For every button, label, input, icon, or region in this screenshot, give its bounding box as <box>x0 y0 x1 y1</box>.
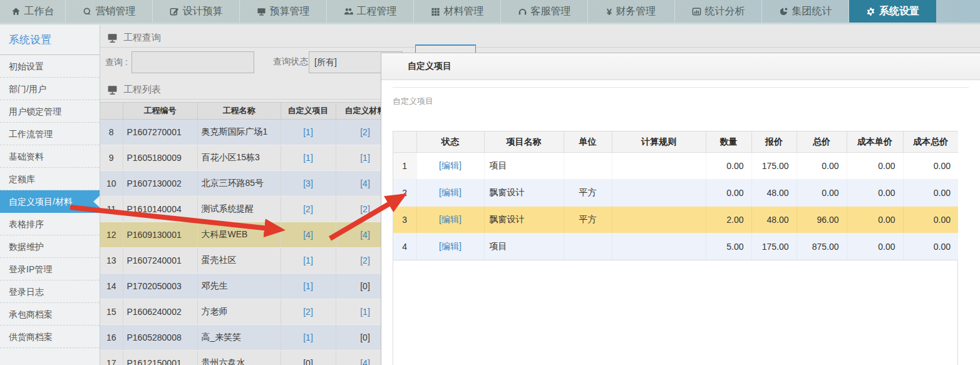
sidebar-item-login-log[interactable]: 登录日志 <box>0 280 100 303</box>
custom-project-count-link[interactable]: [3] <box>303 178 313 188</box>
nav-item-customer-service[interactable]: 客服管理 <box>501 0 588 23</box>
col-project-name: 工程名称 <box>197 103 281 120</box>
table-header-row: 工程编号 工程名称 自定义项目 自定义材料 <box>100 103 395 120</box>
row-number-cell: 2 <box>393 180 416 207</box>
sidebar-item-department-user[interactable]: 部门/用户 <box>0 78 100 100</box>
modal-table-row[interactable]: 1 [编辑] 项目 0.00 175.00 0.00 0.00 0.00 <box>393 153 958 180</box>
sidebar-item-data-maintenance[interactable]: 数据维护 <box>0 235 100 258</box>
nav-item-label: 设计预算 <box>183 5 223 18</box>
status-cell: [编辑] <box>416 234 484 260</box>
cost-unit-price-cell: 0.00 <box>847 207 903 234</box>
custom-material-count-link[interactable]: [2] <box>360 255 370 265</box>
edit-link[interactable]: [编辑] <box>439 187 462 197</box>
table-row[interactable]: 13 P1607240001 蛋壳社区 [1] [2] <box>100 248 395 274</box>
nav-item-marketing[interactable]: 营销管理 <box>66 0 153 23</box>
table-row[interactable]: 10 P1607130002 北京三环路85号 [3] [4] <box>100 171 395 197</box>
users-icon <box>344 7 353 16</box>
nav-item-label: 财务管理 <box>616 5 656 18</box>
edit-link[interactable]: [编辑] <box>439 160 462 170</box>
cost-unit-price-cell: 0.00 <box>847 234 903 260</box>
custom-project-count-link[interactable]: [1] <box>303 255 313 265</box>
status-cell: [编辑] <box>416 180 484 207</box>
nav-item-label: 工程管理 <box>357 5 397 18</box>
sidebar-item-workflow[interactable]: 工作流管理 <box>0 123 100 145</box>
custom-material-count-link[interactable]: [1] <box>360 153 370 163</box>
query-input[interactable] <box>132 51 254 73</box>
query-label: 查询 : <box>105 57 128 68</box>
quantity-cell: 0.00 <box>706 153 751 180</box>
nav-item-label: 客服管理 <box>531 5 571 18</box>
project-code-cell: P1606240002 <box>123 299 197 325</box>
yen-icon: ¥ <box>607 7 612 16</box>
custom-material-count-link[interactable]: [4] <box>360 230 370 240</box>
modal-table-row[interactable]: 3 [编辑] 飘窗设计 平方 2.00 48.00 96.00 0.00 0.0… <box>393 207 958 234</box>
nav-item-design-budget[interactable]: 设计预算 <box>153 0 240 23</box>
row-number-cell: 4 <box>393 234 416 260</box>
custom-material-count-link[interactable]: [1] <box>360 307 370 317</box>
project-name-cell: 奥克斯国际广场1 <box>197 120 281 145</box>
custom-project-count-link[interactable]: [1] <box>303 332 313 342</box>
modal-table-row[interactable]: 2 [编辑] 飘窗设计 平方 0.00 48.00 0.00 0.00 0.00 <box>393 180 958 207</box>
section-title: 工程列表 <box>123 84 161 96</box>
nav-item-workbench[interactable]: 工作台 <box>0 0 66 23</box>
sidebar-item-user-lock[interactable]: 用户锁定管理 <box>0 100 100 123</box>
table-row[interactable]: 15 P1606240002 方老师 [2] [1] <box>100 299 395 325</box>
custom-project-cell: [0] <box>281 351 336 365</box>
section-title: 工程查询 <box>123 32 161 44</box>
row-number-cell: 9 <box>100 145 123 171</box>
quantity-cell: 0.00 <box>706 180 751 207</box>
table-row[interactable]: 14 P1702050003 邓先生 [1] [0] <box>100 274 395 299</box>
custom-project-count-link[interactable]: [4] <box>303 230 313 240</box>
table-row[interactable]: 11 P1610140004 测试系统提醒 [2] [2] <box>100 197 395 222</box>
edit-link[interactable]: [编辑] <box>439 214 462 224</box>
nav-item-label: 系统设置 <box>879 5 919 18</box>
nav-item-label: 预算管理 <box>270 5 310 18</box>
calc-rule-cell <box>612 207 706 234</box>
edit-link[interactable]: [编辑] <box>439 241 462 251</box>
custom-project-count-link[interactable]: [1] <box>303 127 313 137</box>
custom-material-count-link[interactable]: [2] <box>360 204 370 214</box>
nav-item-finance-mgmt[interactable]: ¥ 财务管理 <box>588 0 675 23</box>
nav-item-system-settings[interactable]: 系统设置 <box>849 0 936 23</box>
sidebar-item-supplier-archive[interactable]: 供货商档案 <box>0 326 100 348</box>
custom-material-count-link[interactable]: [2] <box>360 127 370 137</box>
quantity-cell: 5.00 <box>706 234 751 260</box>
nav-item-project-mgmt[interactable]: 工程管理 <box>327 0 414 23</box>
sidebar-item-table-sort[interactable]: 表格排序 <box>0 213 100 235</box>
project-code-cell: P1607240001 <box>123 248 197 274</box>
table-row[interactable]: 17 P1612150001 贵州六盘水 [0] [4] <box>100 351 395 365</box>
project-name-cell: 测试系统提醒 <box>197 197 281 222</box>
sidebar-item-login-ip[interactable]: 登录IP管理 <box>0 258 100 280</box>
sidebar-item-custom-project-material[interactable]: 自定义项目/材料 <box>0 190 100 213</box>
custom-project-count-link[interactable]: [1] <box>303 153 313 163</box>
custom-material-count-link[interactable]: [4] <box>360 358 370 365</box>
custom-material-count-link[interactable]: [4] <box>360 178 370 188</box>
modal-body: 自定义项目 状态 项目名称 单位 计算规则 数量 报价 总价 <box>381 80 980 365</box>
table-row[interactable]: 12 P1609130001 大科星WEB [4] [4] <box>100 222 395 248</box>
nav-item-material-mgmt[interactable]: 材料管理 <box>414 0 501 23</box>
nav-item-statistics[interactable]: 统计分析 <box>675 0 762 23</box>
project-code-cell: P1609130001 <box>123 222 197 248</box>
total-price-cell: 0.00 <box>797 180 847 207</box>
custom-project-count-link[interactable]: [2] <box>303 204 313 214</box>
row-number-cell: 8 <box>100 120 123 145</box>
custom-project-count-link[interactable]: [2] <box>303 307 313 317</box>
row-number-cell: 15 <box>100 299 123 325</box>
custom-project-count-link[interactable]: [1] <box>303 281 313 291</box>
row-number-cell: 14 <box>100 274 123 299</box>
table-row[interactable]: 16 P1605280008 高_来笑笑 [1] [0] <box>100 325 395 351</box>
modal-table-row[interactable]: 4 [编辑] 项目 5.00 175.00 875.00 0.00 0.00 <box>393 234 958 260</box>
custom-project-grid: 状态 项目名称 单位 计算规则 数量 报价 总价 成本单价 成本总价 <box>393 131 958 365</box>
nav-item-budget-mgmt[interactable]: 预算管理 <box>240 0 327 23</box>
nav-item-group-statistics[interactable]: 集团统计 <box>762 0 849 23</box>
sidebar-item-contractor-archive[interactable]: 承包商档案 <box>0 303 100 326</box>
sidebar-item-basic-data[interactable]: 基础资料 <box>0 145 100 168</box>
sidebar-item-quota-library[interactable]: 定额库 <box>0 168 100 190</box>
custom-project-cell: [3] <box>281 171 336 197</box>
headset-icon <box>518 7 527 16</box>
col-project-code: 工程编号 <box>123 103 197 120</box>
table-row[interactable]: 9 P1605180009 百花小区15栋3 [1] [1] <box>100 145 395 171</box>
table-row[interactable]: 8 P1607270001 奥克斯国际广场1 [1] [2] <box>100 120 395 145</box>
project-name-cell: 贵州六盘水 <box>197 351 281 365</box>
sidebar-item-initial-settings[interactable]: 初始设置 <box>0 55 100 78</box>
